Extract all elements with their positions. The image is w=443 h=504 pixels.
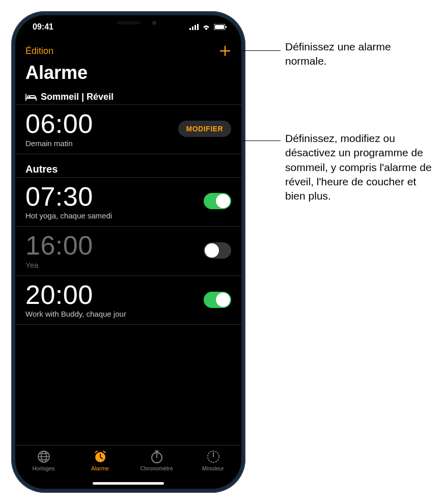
sleep-sub: Demain matin [25, 139, 93, 148]
tab-label: Minuteur [202, 465, 224, 471]
tab-label: Chronomètre [140, 465, 173, 471]
sleep-alarm-row: 06:00 Demain matin MODIFIER [15, 104, 241, 154]
tab-label: Horloges [32, 465, 54, 471]
status-indicators [189, 24, 227, 30]
svg-rect-1 [192, 26, 193, 30]
signal-icon [189, 24, 199, 30]
sleep-section-header: Sommeil | Réveil [15, 89, 241, 104]
alarm-label: Yea [25, 261, 93, 269]
alarm-label: Work with Buddy, chaque jour [25, 310, 126, 318]
phone-frame: 09:41 Édition Alarme Sommeil | Réveil 06… [11, 11, 245, 493]
sleep-section-label: Sommeil | Réveil [41, 92, 114, 102]
alarm-toggle[interactable] [204, 242, 231, 259]
globe-icon [37, 450, 51, 464]
screen: 09:41 Édition Alarme Sommeil | Réveil 06… [15, 15, 241, 489]
stopwatch-icon [150, 450, 164, 464]
callout-modify: Définissez, modifiez ou désactivez un pr… [285, 131, 438, 204]
alarm-toggle[interactable] [204, 292, 231, 308]
edit-button[interactable]: Édition [25, 46, 53, 57]
svg-rect-3 [197, 24, 199, 30]
tab-timer[interactable]: Minuteur [190, 450, 236, 489]
svg-rect-0 [189, 28, 191, 30]
page-title: Alarme [15, 60, 241, 89]
battery-icon [214, 24, 227, 30]
status-time: 09:41 [33, 22, 53, 32]
tab-worldclock[interactable]: Horloges [21, 450, 67, 489]
alarm-toggle[interactable] [204, 193, 231, 209]
callout-add: Définissez une alarme normale. [285, 40, 418, 69]
tab-label: Alarme [91, 465, 109, 471]
alarm-time: 20:00 [25, 281, 126, 309]
notch [80, 15, 177, 31]
svg-rect-6 [226, 26, 227, 28]
wifi-icon [202, 24, 211, 30]
plus-icon [219, 45, 231, 57]
callout-line [237, 141, 281, 141]
svg-rect-5 [215, 25, 224, 29]
add-alarm-button[interactable] [219, 45, 231, 57]
alarm-icon [93, 450, 107, 464]
svg-rect-2 [195, 25, 196, 30]
nav-bar: Édition [15, 39, 241, 60]
bed-icon [25, 93, 37, 101]
modify-sleep-button[interactable]: MODIFIER [178, 121, 231, 137]
callout-line [232, 50, 281, 51]
timer-icon [206, 450, 220, 464]
alarm-row: 16:00 Yea [15, 227, 241, 276]
alarm-row: 20:00 Work with Buddy, chaque jour [15, 276, 241, 325]
alarm-label: Hot yoga, chaque samedi [25, 211, 112, 220]
alarm-time: 07:30 [25, 183, 112, 211]
home-indicator[interactable] [93, 482, 164, 485]
sleep-time: 06:00 [25, 110, 93, 138]
alarm-row: 07:30 Hot yoga, chaque samedi [15, 177, 241, 227]
alarm-time: 16:00 [25, 232, 93, 260]
others-section-header: Autres [15, 154, 241, 177]
